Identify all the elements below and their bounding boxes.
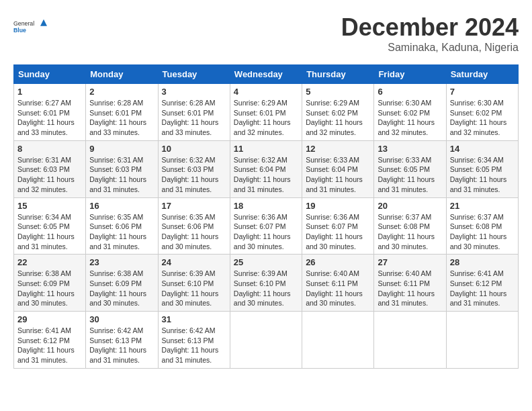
logo-svg: General Blue (13, 13, 47, 40)
day-number: 8 (17, 144, 82, 154)
day-number: 14 (450, 144, 515, 154)
svg-text:Blue: Blue (13, 27, 26, 34)
day-number: 18 (234, 201, 298, 211)
day-number: 9 (89, 144, 154, 154)
day-info: Sunrise: 6:32 AMSunset: 6:03 PMDaylight:… (162, 155, 226, 195)
day-number: 30 (89, 314, 154, 324)
day-info: Sunrise: 6:42 AMSunset: 6:13 PMDaylight:… (89, 326, 154, 365)
day-cell: 27Sunrise: 6:40 AMSunset: 6:11 PMDayligh… (374, 255, 446, 312)
day-info: Sunrise: 6:30 AMSunset: 6:02 PMDaylight:… (450, 98, 515, 138)
day-number: 6 (378, 87, 442, 97)
day-cell: 13Sunrise: 6:33 AMSunset: 6:05 PMDayligh… (374, 140, 446, 197)
day-info: Sunrise: 6:34 AMSunset: 6:05 PMDaylight:… (450, 155, 515, 195)
day-cell: 2Sunrise: 6:28 AMSunset: 6:01 PMDaylight… (86, 84, 158, 141)
day-number: 28 (450, 257, 515, 267)
day-cell: 1Sunrise: 6:27 AMSunset: 6:01 PMDaylight… (14, 84, 86, 141)
day-info: Sunrise: 6:39 AMSunset: 6:10 PMDaylight:… (234, 269, 298, 308)
day-info: Sunrise: 6:31 AMSunset: 6:03 PMDaylight:… (89, 155, 154, 195)
day-cell: 21Sunrise: 6:37 AMSunset: 6:08 PMDayligh… (446, 197, 518, 255)
day-number: 21 (450, 201, 515, 211)
day-cell: 20Sunrise: 6:37 AMSunset: 6:08 PMDayligh… (374, 197, 446, 255)
day-cell: 26Sunrise: 6:40 AMSunset: 6:11 PMDayligh… (302, 255, 374, 312)
svg-text:General: General (13, 20, 34, 27)
day-info: Sunrise: 6:37 AMSunset: 6:08 PMDaylight:… (450, 212, 515, 252)
day-cell: 10Sunrise: 6:32 AMSunset: 6:03 PMDayligh… (158, 140, 230, 197)
day-info: Sunrise: 6:34 AMSunset: 6:05 PMDaylight:… (17, 212, 82, 252)
day-number: 1 (17, 87, 82, 97)
day-number: 12 (306, 144, 370, 154)
day-number: 10 (162, 144, 226, 154)
day-info: Sunrise: 6:35 AMSunset: 6:06 PMDaylight:… (162, 212, 226, 252)
day-cell: 6Sunrise: 6:30 AMSunset: 6:02 PMDaylight… (374, 84, 446, 141)
day-number: 22 (17, 257, 82, 267)
day-info: Sunrise: 6:39 AMSunset: 6:10 PMDaylight:… (162, 269, 226, 308)
day-cell: 9Sunrise: 6:31 AMSunset: 6:03 PMDaylight… (86, 140, 158, 197)
day-cell: 11Sunrise: 6:32 AMSunset: 6:04 PMDayligh… (230, 140, 302, 197)
day-cell: 17Sunrise: 6:35 AMSunset: 6:06 PMDayligh… (158, 197, 230, 255)
day-cell: 7Sunrise: 6:30 AMSunset: 6:02 PMDaylight… (446, 84, 518, 141)
calendar-body: 1Sunrise: 6:27 AMSunset: 6:01 PMDaylight… (14, 84, 519, 369)
day-cell (446, 312, 518, 369)
day-info: Sunrise: 6:41 AMSunset: 6:12 PMDaylight:… (450, 269, 515, 308)
weekday-thursday: Thursday (302, 65, 374, 84)
weekday-wednesday: Wednesday (230, 65, 302, 84)
location: Saminaka, Kaduna, Nigeria (341, 42, 519, 54)
day-cell: 29Sunrise: 6:41 AMSunset: 6:12 PMDayligh… (14, 312, 86, 369)
day-info: Sunrise: 6:31 AMSunset: 6:03 PMDaylight:… (17, 155, 82, 195)
day-info: Sunrise: 6:36 AMSunset: 6:07 PMDaylight:… (306, 212, 370, 252)
day-number: 31 (162, 314, 226, 324)
day-info: Sunrise: 6:37 AMSunset: 6:08 PMDaylight:… (378, 212, 442, 252)
weekday-tuesday: Tuesday (158, 65, 230, 84)
day-number: 23 (89, 257, 154, 267)
day-info: Sunrise: 6:27 AMSunset: 6:01 PMDaylight:… (17, 98, 82, 138)
month-year: December 2024 (341, 13, 519, 42)
weekday-friday: Friday (374, 65, 446, 84)
day-info: Sunrise: 6:29 AMSunset: 6:02 PMDaylight:… (306, 98, 370, 138)
day-number: 16 (89, 201, 154, 211)
day-info: Sunrise: 6:41 AMSunset: 6:12 PMDaylight:… (17, 326, 82, 365)
day-info: Sunrise: 6:35 AMSunset: 6:06 PMDaylight:… (89, 212, 154, 252)
week-row-4: 22Sunrise: 6:38 AMSunset: 6:09 PMDayligh… (14, 255, 519, 312)
day-cell: 5Sunrise: 6:29 AMSunset: 6:02 PMDaylight… (302, 84, 374, 141)
day-number: 3 (162, 87, 226, 97)
week-row-3: 15Sunrise: 6:34 AMSunset: 6:05 PMDayligh… (14, 197, 519, 255)
day-number: 20 (378, 201, 442, 211)
day-info: Sunrise: 6:28 AMSunset: 6:01 PMDaylight:… (89, 98, 154, 138)
day-info: Sunrise: 6:36 AMSunset: 6:07 PMDaylight:… (234, 212, 298, 252)
page-header: General Blue December 2024 Saminaka, Kad… (13, 13, 519, 54)
day-info: Sunrise: 6:33 AMSunset: 6:05 PMDaylight:… (378, 155, 442, 195)
day-info: Sunrise: 6:28 AMSunset: 6:01 PMDaylight:… (162, 98, 226, 138)
weekday-sunday: Sunday (14, 65, 86, 84)
day-cell: 19Sunrise: 6:36 AMSunset: 6:07 PMDayligh… (302, 197, 374, 255)
day-info: Sunrise: 6:30 AMSunset: 6:02 PMDaylight:… (378, 98, 442, 138)
day-info: Sunrise: 6:32 AMSunset: 6:04 PMDaylight:… (234, 155, 298, 195)
weekday-header-row: SundayMondayTuesdayWednesdayThursdayFrid… (14, 65, 519, 84)
day-number: 24 (162, 257, 226, 267)
day-number: 15 (17, 201, 82, 211)
day-info: Sunrise: 6:29 AMSunset: 6:01 PMDaylight:… (234, 98, 298, 138)
day-cell: 8Sunrise: 6:31 AMSunset: 6:03 PMDaylight… (14, 140, 86, 197)
day-cell: 22Sunrise: 6:38 AMSunset: 6:09 PMDayligh… (14, 255, 86, 312)
day-info: Sunrise: 6:38 AMSunset: 6:09 PMDaylight:… (89, 269, 154, 308)
day-info: Sunrise: 6:40 AMSunset: 6:11 PMDaylight:… (378, 269, 442, 308)
day-number: 13 (378, 144, 442, 154)
day-number: 26 (306, 257, 370, 267)
week-row-5: 29Sunrise: 6:41 AMSunset: 6:12 PMDayligh… (14, 312, 519, 369)
week-row-2: 8Sunrise: 6:31 AMSunset: 6:03 PMDaylight… (14, 140, 519, 197)
day-cell: 23Sunrise: 6:38 AMSunset: 6:09 PMDayligh… (86, 255, 158, 312)
day-cell: 31Sunrise: 6:42 AMSunset: 6:13 PMDayligh… (158, 312, 230, 369)
day-cell (230, 312, 302, 369)
day-cell: 24Sunrise: 6:39 AMSunset: 6:10 PMDayligh… (158, 255, 230, 312)
day-number: 2 (89, 87, 154, 97)
day-cell: 14Sunrise: 6:34 AMSunset: 6:05 PMDayligh… (446, 140, 518, 197)
week-row-1: 1Sunrise: 6:27 AMSunset: 6:01 PMDaylight… (14, 84, 519, 141)
svg-marker-2 (40, 19, 47, 26)
day-info: Sunrise: 6:38 AMSunset: 6:09 PMDaylight:… (17, 269, 82, 308)
weekday-monday: Monday (86, 65, 158, 84)
day-info: Sunrise: 6:40 AMSunset: 6:11 PMDaylight:… (306, 269, 370, 308)
day-number: 17 (162, 201, 226, 211)
day-number: 7 (450, 87, 515, 97)
day-number: 25 (234, 257, 298, 267)
logo: General Blue (13, 13, 47, 40)
title-block: December 2024 Saminaka, Kaduna, Nigeria (341, 13, 519, 54)
